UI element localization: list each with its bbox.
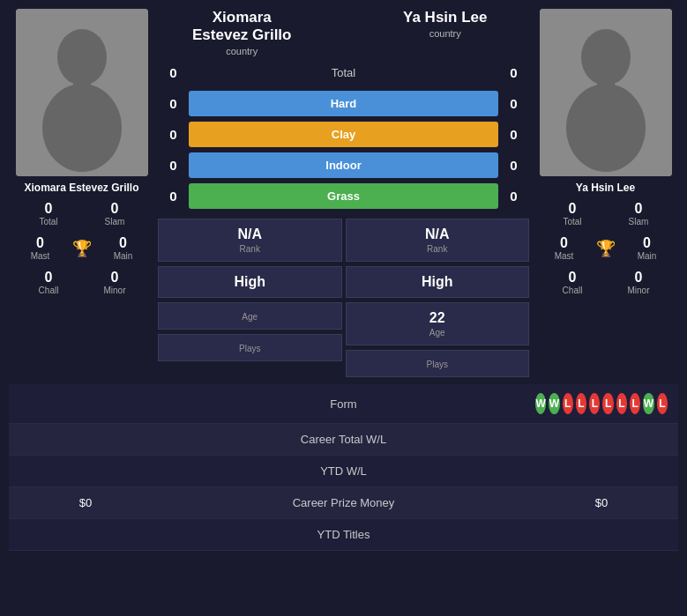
right-slam-value: 0 [608, 201, 670, 217]
right-high-box: High [346, 266, 530, 298]
form-row: Form WWLLLLLLWL [9, 384, 678, 424]
form-badge-l: L [576, 393, 586, 414]
svg-point-3 [42, 84, 122, 172]
right-prize: $0 [535, 496, 668, 509]
right-country: country [362, 28, 530, 39]
right-rank-label: Rank [427, 244, 447, 254]
form-badge-w: W [643, 393, 653, 414]
indoor-right-score: 0 [498, 158, 529, 173]
career-total-label: Career Total W/L [152, 433, 535, 446]
left-age-box: Age [158, 302, 342, 330]
right-rank-value: N/A [425, 226, 450, 242]
right-total-cell: 0 Total [540, 197, 606, 230]
form-right: WWLLLLLLWL [535, 393, 668, 414]
left-minor-label: Minor [84, 286, 146, 295]
left-mast-cell: 0 Mast [16, 232, 65, 264]
right-mast-cell: 0 Mast [540, 232, 589, 264]
right-age-box: 22 Age [346, 302, 530, 345]
right-rank-box: N/A Rank [346, 219, 530, 262]
left-high-box: High [158, 266, 342, 298]
form-badge-l: L [630, 393, 640, 414]
right-chall-value: 0 [541, 270, 604, 286]
right-age-value: 22 [429, 310, 445, 326]
hard-left-score: 0 [158, 96, 189, 111]
scores-section: 0 Total 0 0 Hard 0 0 Clay 0 [158, 60, 529, 212]
career-prize-row: $0 Career Prize Money $0 [9, 487, 678, 519]
right-trophy-icon: 🏆 [596, 239, 616, 258]
career-total-row: Career Total W/L [9, 424, 678, 456]
right-main-label: Main [624, 251, 670, 261]
form-badges-container: WWLLLLLLWL [535, 393, 668, 414]
right-player-area: Ya Hsin Lee 0 Total 0 Slam 0 Mast 🏆 [533, 9, 678, 377]
right-slam-cell: 0 Slam [606, 197, 672, 230]
form-badge-w: W [535, 393, 546, 414]
total-score-row: 0 Total 0 [158, 60, 529, 85]
left-player-area: Xiomara Estevez Grillo 0 Total 0 Slam 0 … [9, 9, 154, 377]
form-badge-l: L [657, 393, 668, 414]
career-prize-label: Career Prize Money [152, 496, 535, 509]
right-mast-value: 0 [541, 235, 587, 251]
hard-surface-btn[interactable]: Hard [189, 91, 498, 116]
right-info-boxes: N/A Rank High 22 Age Plays [346, 217, 530, 377]
left-total-label: Total [18, 217, 80, 226]
hard-right-score: 0 [498, 96, 529, 111]
total-left-score: 0 [158, 65, 189, 80]
ytd-titles-label: YTD Titles [152, 528, 535, 541]
clay-surface-btn[interactable]: Clay [189, 122, 498, 147]
center-section: Xiomara Estevez Grillo country Ya Hsin L… [158, 9, 529, 377]
left-total-value: 0 [18, 201, 80, 217]
left-country: country [158, 46, 326, 56]
left-minor-value: 0 [84, 270, 146, 286]
right-plays-box: Plays [346, 350, 530, 377]
hard-score-row: 0 Hard 0 [158, 91, 529, 116]
left-slam-label: Slam [84, 217, 146, 226]
left-mast-value: 0 [18, 235, 63, 251]
svg-point-1 [57, 29, 107, 85]
comparison-section: Xiomara Estevez Grillo 0 Total 0 Slam 0 … [9, 9, 678, 377]
left-chall-label: Chall [18, 286, 80, 295]
form-badge-w: W [549, 393, 559, 414]
form-badge-l: L [563, 393, 573, 414]
left-player-name: Xiomara Estevez Grillo [16, 182, 148, 194]
indoor-left-score: 0 [158, 158, 189, 173]
right-main-cell: 0 Main [623, 232, 672, 264]
left-slam-value: 0 [84, 201, 146, 217]
indoor-surface-btn[interactable]: Indoor [189, 152, 498, 178]
left-main-label: Main [101, 251, 146, 261]
left-player-avatar [16, 9, 148, 176]
left-main-cell: 0 Main [99, 232, 148, 264]
grass-right-score: 0 [498, 189, 529, 204]
left-trophy-icon: 🏆 [72, 239, 92, 258]
clay-left-score: 0 [158, 127, 189, 142]
left-age-label: Age [242, 312, 258, 322]
svg-point-5 [581, 29, 631, 85]
left-center-name2: Estevez Grillo [158, 26, 326, 44]
grass-left-score: 0 [158, 189, 189, 204]
left-rank-value: N/A [237, 226, 262, 242]
left-center-name: Xiomara [158, 9, 326, 26]
right-minor-label: Minor [608, 286, 670, 295]
right-minor-value: 0 [608, 270, 670, 286]
right-center-name: Ya Hsin Lee [362, 9, 530, 26]
left-total-cell: 0 Total [16, 197, 82, 230]
right-mast-label: Mast [541, 251, 587, 261]
grass-surface-btn[interactable]: Grass [189, 183, 498, 209]
total-label: Total [189, 60, 498, 85]
right-player-name: Ya Hsin Lee [540, 182, 672, 194]
right-main-value: 0 [624, 235, 670, 251]
right-minor-cell: 0 Minor [606, 266, 672, 299]
left-high-value: High [234, 274, 265, 290]
left-prize: $0 [19, 496, 152, 509]
clay-score-row: 0 Clay 0 [158, 122, 529, 147]
left-rank-label: Rank [240, 244, 260, 254]
info-boxes-row: N/A Rank High Age Plays [158, 217, 529, 377]
left-rank-box: N/A Rank [158, 219, 342, 262]
form-badge-l: L [602, 393, 613, 414]
form-badge-l: L [589, 393, 600, 414]
right-age-label: Age [429, 328, 445, 338]
main-container: Xiomara Estevez Grillo 0 Total 0 Slam 0 … [0, 0, 687, 560]
bottom-section: Form WWLLLLLLWL Career Total W/L YTD W/L… [9, 384, 678, 551]
left-main-value: 0 [101, 235, 146, 251]
right-chall-label: Chall [541, 286, 604, 295]
left-mast-label: Mast [18, 251, 63, 261]
